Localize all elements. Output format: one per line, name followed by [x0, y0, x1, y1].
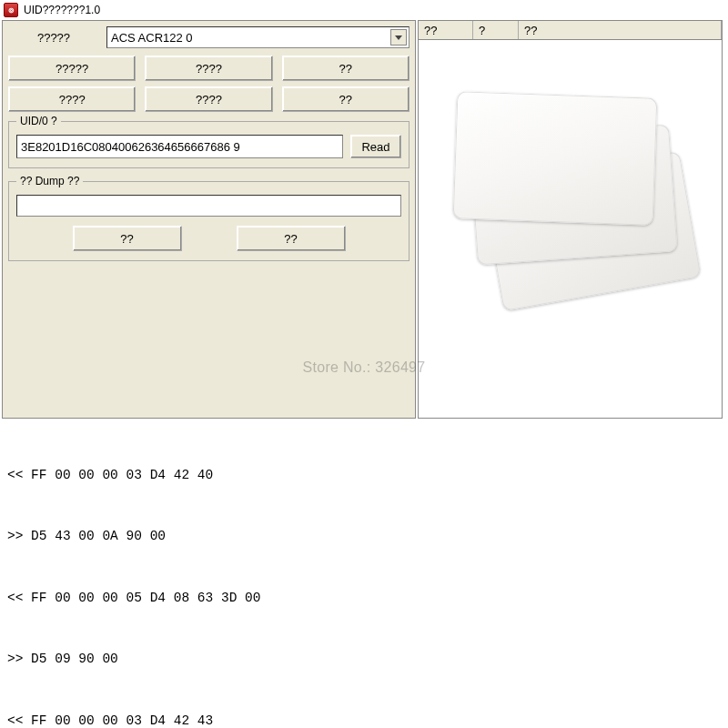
column-header-1[interactable]: ?? — [419, 21, 473, 39]
app-icon: ⊚ — [4, 3, 18, 17]
column-header-3[interactable]: ?? — [519, 21, 722, 39]
device-combo-value: ACS ACR122 0 — [111, 31, 193, 45]
log-output: << FF 00 00 00 03 D4 42 40 >> D5 43 00 0… — [0, 419, 728, 728]
dump-groupbox: ?? Dump ?? ?? ?? — [8, 181, 410, 261]
dump-path-input[interactable] — [16, 195, 401, 217]
action-button-1[interactable]: ???? — [145, 56, 272, 81]
log-line: >> D5 09 90 00 — [7, 649, 721, 669]
main-area: ????? ACS ACR122 0 ????? ???? ?? ???? ??… — [0, 20, 728, 419]
chevron-down-icon[interactable] — [390, 29, 407, 46]
dump-button-b[interactable]: ?? — [237, 226, 346, 251]
column-header-2[interactable]: ? — [473, 21, 519, 39]
uid-groupbox: UID/0 ? 3E8201D16C080400626364656667686 … — [8, 121, 410, 168]
list-column-headers: ?? ? ?? — [418, 20, 723, 40]
device-row: ????? ACS ACR122 0 — [8, 26, 410, 48]
uid-input[interactable]: 3E8201D16C080400626364656667686 9 — [16, 135, 343, 158]
action-button-0[interactable]: ????? — [8, 56, 136, 81]
dump-buttons: ?? ?? — [16, 226, 401, 251]
log-line: << FF 00 00 00 05 D4 08 63 3D 00 — [7, 588, 721, 608]
uid-input-value: 3E8201D16C080400626364656667686 9 — [21, 140, 240, 154]
action-button-3[interactable]: ???? — [8, 86, 136, 112]
action-button-4[interactable]: ???? — [145, 86, 272, 112]
log-line: >> D5 43 00 0A 90 00 — [7, 526, 721, 546]
right-panel: ?? ? ?? — [418, 20, 723, 419]
action-button-2[interactable]: ?? — [282, 56, 410, 81]
device-label: ????? — [8, 31, 99, 45]
log-line: << FF 00 00 00 03 D4 42 43 — [7, 711, 721, 728]
left-panel: ????? ACS ACR122 0 ????? ???? ?? ???? ??… — [2, 20, 416, 419]
list-body — [418, 40, 723, 419]
device-combo[interactable]: ACS ACR122 0 — [106, 26, 410, 48]
uid-legend: UID/0 ? — [16, 115, 61, 127]
dump-button-a[interactable]: ?? — [73, 226, 182, 251]
action-button-5[interactable]: ?? — [282, 86, 410, 112]
window-title: UID???????1.0 — [24, 4, 100, 16]
titlebar: ⊚ UID???????1.0 — [0, 0, 728, 20]
action-button-grid: ????? ???? ?? ???? ???? ?? — [8, 56, 410, 112]
read-button[interactable]: Read — [350, 135, 401, 158]
log-line: << FF 00 00 00 03 D4 42 40 — [7, 465, 721, 485]
dump-legend: ?? Dump ?? — [16, 175, 83, 187]
card-image — [453, 91, 658, 226]
